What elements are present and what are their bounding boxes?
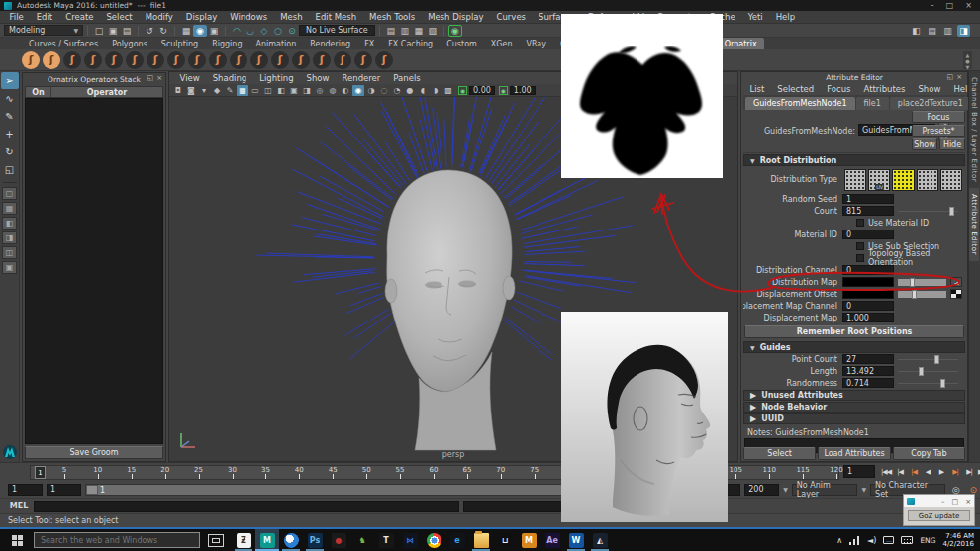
taskbar-app-word[interactable]: W [564,529,588,551]
menu-mesh[interactable]: Mesh [274,12,309,22]
viewport-toolbar-icon-5[interactable]: ▦ [237,85,248,96]
toolbar-icon-1-1[interactable]: ↻ [156,25,170,37]
paint-select-tool[interactable]: ✎ [1,108,19,125]
toolbar-icon-3-3[interactable]: ○ [271,25,285,37]
ornatrix-shelf-icon-10[interactable]: ʃ [230,51,247,69]
volume-icon[interactable]: ◄) [867,536,876,545]
presets-button[interactable]: Presets* [912,125,965,137]
toolbar-icon-0-2[interactable]: ▤ [120,25,134,37]
ornatrix-shelf-icon-15[interactable]: ʃ [334,51,351,69]
select-button[interactable]: Select [743,447,816,460]
ornatrix-shelf-icon-11[interactable]: ʃ [250,51,268,69]
section-uuid[interactable]: ▶UUID [743,413,965,424]
viewport-toolbar-icon-0[interactable]: ◘ [172,85,184,96]
menu-select[interactable]: Select [100,12,139,22]
menu-windows[interactable]: Windows [224,12,274,22]
viewport-menu-shading[interactable]: Shading [206,73,253,83]
menu-edit[interactable]: Edit [30,12,58,22]
select-tool[interactable]: ➢ [1,72,19,89]
tab-channel-box-layer-editor[interactable]: Channel Box / Layer Editor [969,71,979,188]
layout-preset-0[interactable]: ▢ [2,187,17,200]
random-seed-field[interactable]: 1 [842,194,894,204]
ornatrix-shelf-icon-0[interactable]: ʃ [22,51,40,69]
taskbar-app-red-sphere-app[interactable]: ● [327,529,350,551]
shelf-tab-rendering[interactable]: Rendering [303,38,357,49]
shelf-tab-custom[interactable]: Custom [440,38,484,49]
move-tool[interactable]: + [1,126,19,142]
goz-update-button[interactable]: GoZ update [908,510,970,521]
material-id-field[interactable]: 0 [842,230,894,239]
toolbar-icon-2-1[interactable]: ◉ [193,25,207,37]
sidebar-toggle-3[interactable]: ◨ [957,25,970,37]
viewport-toolbar-icon-14[interactable]: ◉ [352,85,364,96]
taskbar-app-mudbox[interactable]: M [517,529,540,551]
layout-preset-2[interactable]: ◧ [2,217,17,230]
viewport-toolbar-icon-10[interactable]: ◨ [301,85,313,96]
start-button[interactable] [0,529,34,551]
ae-menu-list[interactable]: List [743,84,771,94]
task-view-icon[interactable] [208,534,224,547]
focus-button[interactable]: Focus [912,111,965,123]
toolbar-icon-3-2[interactable]: ◇ [257,25,271,37]
taskbar-app-edge[interactable]: e [445,529,469,551]
ae-tab-place2dtexture1[interactable]: place2dTexture1 [890,97,971,110]
section-guides[interactable]: ▼ Guides [743,341,965,353]
viewport-menu-renderer[interactable]: Renderer [336,73,387,83]
distribution-type-vertex[interactable] [917,169,938,191]
ae-tab-guidesfrommeshnode1[interactable]: GuidesFromMeshNode1 [745,97,855,110]
shelf-tab-polygons[interactable]: Polygons [105,38,154,49]
viewport-field-2-value[interactable]: 1.00 [510,86,536,95]
distribution-type-uv[interactable] [868,169,890,191]
toolbar-icon-3-1[interactable]: ◡ [244,25,257,37]
hide-button[interactable]: Hide [939,138,965,150]
anim-layer-dropdown[interactable]: No Anim Layer [792,484,858,496]
taskbar-app-maya[interactable]: M [255,529,279,551]
map-browse-icon[interactable]: ◄ [950,277,962,287]
ae-menu-show[interactable]: Show [912,84,947,94]
remember-root-positions-button[interactable]: Remember Root Positions [744,325,964,338]
maximize-button[interactable]: □ [946,1,954,10]
toolbar-icon-3-4[interactable]: ⊙ [285,25,299,37]
layout-preset-1[interactable]: ▦ [2,202,17,215]
current-time-field[interactable]: 1 [843,465,875,478]
ornatrix-shelf-icon-9[interactable]: ʃ [209,51,227,69]
toolbar-icon-0-0[interactable]: □ [92,25,106,37]
distribution-type-random-uv[interactable] [940,169,962,191]
length-field[interactable]: 13.492 [842,366,894,376]
search-input[interactable] [34,532,200,548]
command-line-input[interactable] [34,501,459,512]
viewport-toolbar-icon-4[interactable]: ✎ [224,85,236,96]
ornatrix-shelf-icon-17[interactable]: ʃ [375,51,393,69]
taskbar-app-store[interactable]: ⊔ [493,529,517,551]
viewport-toolbar-icon-17[interactable]: ◔ [391,85,403,96]
viewport-menu-show[interactable]: Show [300,73,336,83]
toolbar-icon-0-1[interactable]: ▣ [106,25,120,37]
viewport-toolbar-icon-2[interactable]: ▾ [198,85,210,96]
ornatrix-shelf-icon-12[interactable]: ʃ [271,51,289,69]
toolbar-icon-4-0[interactable]: ▤ [384,25,398,37]
point-count-field[interactable]: 27 [842,354,894,364]
viewport-toolbar-icon-16[interactable]: ◌ [378,85,390,96]
playback-button-4[interactable]: ▶ [934,465,948,478]
distribution-type-random-face-area[interactable] [892,169,914,191]
ornatrix-shelf-icon-2[interactable]: ʃ [63,51,81,69]
toolbar-icon-4-3[interactable]: ▧ [426,25,440,37]
taskbar-app-chrome[interactable] [422,529,445,551]
taskbar-app-houdini[interactable]: ♞ [350,529,374,551]
menu-mesh-tools[interactable]: Mesh Tools [363,12,422,22]
minimize-button[interactable]: – [941,498,945,505]
workspace-selector[interactable]: Modeling▼ [4,25,83,36]
shelf-tab-sculpting[interactable]: Sculpting [154,38,205,49]
section-root-distribution[interactable]: ▼ Root Distribution [743,154,965,166]
viewport-toolbar-icon-7[interactable]: ◫ [262,85,274,96]
animation-start-field[interactable]: 1 [8,484,43,496]
playback-button-2[interactable]: |◀ [907,465,921,478]
layout-preset-5[interactable]: ▣ [2,261,17,274]
count-field[interactable]: 815 [842,206,894,216]
viewport-toolbar-icon-3[interactable]: ◆ [211,85,223,96]
viewport-toolbar-icon-18[interactable]: ● [404,85,416,96]
close-button[interactable]: × [965,1,972,10]
menu-curves[interactable]: Curves [490,12,533,22]
viewport-toolbar-icon-20[interactable]: ◗ [430,85,441,96]
taskbar-app-keyshot[interactable] [279,529,303,551]
